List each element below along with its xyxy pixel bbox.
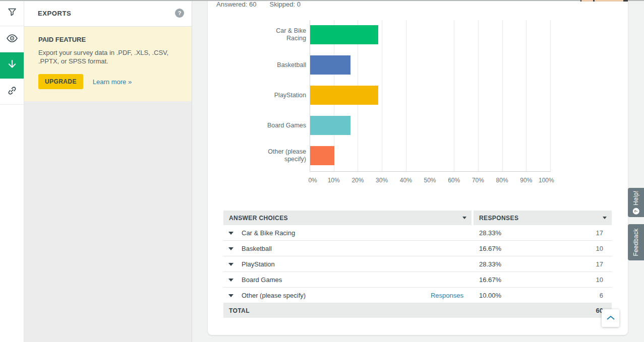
expand-caret-icon[interactable] — [228, 263, 233, 266]
chart-bar[interactable] — [310, 146, 334, 165]
export-download-icon — [7, 59, 18, 72]
view-tool-button[interactable] — [0, 26, 24, 52]
sort-caret-icon[interactable] — [603, 217, 607, 219]
answer-label: Board Games — [242, 276, 282, 284]
expand-caret-icon[interactable] — [228, 247, 233, 250]
chevron-up-icon — [606, 314, 615, 322]
header-answer-choices[interactable]: ANSWER CHOICES — [223, 211, 472, 225]
learn-more-link[interactable]: Learn more » — [93, 78, 132, 86]
table-row: Basketball 16.67% 10 — [223, 241, 612, 256]
paid-feature-description: Export your survey data in .PDF, .XLS, .… — [38, 48, 173, 65]
header-responses[interactable]: RESPONSES — [474, 211, 612, 225]
browser-artifact — [580, 0, 627, 2]
table-row: PlayStation 28.33% 17 — [223, 256, 612, 272]
chart-category-label: Car & Bike Racing — [230, 20, 306, 49]
answer-count: 17 — [596, 229, 603, 237]
help-tab-inner: ? Help! — [632, 190, 639, 215]
header-responses-label: RESPONSES — [479, 215, 518, 222]
x-tick-label: 90% — [520, 177, 532, 184]
x-tick-label: 100% — [539, 177, 554, 184]
answer-percent: 10.00% — [479, 292, 501, 299]
answer-percent: 28.33% — [479, 229, 501, 237]
chart-category-label: Other (please specify) — [230, 141, 306, 170]
feedback-tab-inner: Feedback — [632, 228, 639, 256]
chart-category-label: Basketball — [230, 50, 306, 80]
response-summary: Answered: 60 Skipped: 0 — [216, 1, 301, 8]
x-tick-label: 60% — [448, 177, 460, 184]
scroll-to-top-button[interactable] — [602, 309, 619, 327]
paid-feature-box: PAID FEATURE Export your survey data in … — [24, 27, 192, 101]
upgrade-button[interactable]: UPGRADE — [38, 74, 83, 89]
exports-panel-header: EXPORTS ? — [24, 0, 192, 27]
answer-count: 10 — [596, 276, 603, 284]
total-label: TOTAL — [229, 307, 250, 314]
chart-row: Car & Bike Racing — [310, 20, 551, 50]
eye-icon — [7, 34, 18, 44]
x-tick-label: 40% — [400, 177, 412, 184]
header-answer-choices-label: ANSWER CHOICES — [229, 215, 288, 222]
paid-feature-actions: UPGRADE Learn more » — [38, 74, 182, 89]
chart-bar[interactable] — [310, 86, 378, 105]
x-tick-label: 80% — [496, 177, 508, 184]
question-mark-icon: ? — [633, 208, 639, 215]
chart-category-label: Board Games — [230, 111, 306, 140]
chart-row: Basketball — [310, 50, 551, 81]
exports-panel: EXPORTS ? PAID FEATURE Export your surve… — [24, 0, 192, 342]
x-tick-label: 0% — [308, 177, 317, 184]
question-results-card: Answered: 60 Skipped: 0 Car & Bike Racin… — [208, 0, 628, 335]
chart-bar[interactable] — [310, 55, 350, 75]
x-tick-label: 50% — [424, 177, 436, 184]
filter-icon — [7, 7, 17, 19]
chart-row: Board Games — [310, 111, 551, 141]
answer-count: 10 — [596, 245, 603, 252]
answer-label: PlayStation — [242, 260, 275, 268]
table-row: Other (please specify) Responses 10.00% … — [223, 288, 612, 303]
table-row: Board Games 16.67% 10 — [223, 272, 612, 288]
expand-caret-icon[interactable] — [228, 232, 233, 235]
filter-tool-button[interactable] — [0, 0, 24, 26]
x-tick-label: 70% — [472, 177, 484, 184]
help-circle-icon[interactable]: ? — [175, 9, 184, 18]
expand-caret-icon[interactable] — [228, 294, 233, 297]
chart-bar[interactable] — [310, 25, 378, 44]
chart-x-ticks: 0%10%20%30%40%50%60%70%80%90%100% — [310, 177, 550, 184]
responses-link[interactable]: Responses — [431, 292, 463, 299]
x-tick-label: 30% — [376, 177, 388, 184]
exports-panel-title: EXPORTS — [38, 10, 71, 17]
answer-percent: 28.33% — [479, 260, 501, 268]
browser-artifact — [623, 0, 628, 2]
answer-percent: 16.67% — [479, 245, 501, 252]
answer-label: Basketball — [242, 245, 272, 252]
answer-label: Car & Bike Racing — [242, 229, 295, 237]
paid-feature-title: PAID FEATURE — [38, 36, 182, 43]
answer-label: Other (please specify) — [242, 292, 306, 299]
browser-artifact — [580, 0, 581, 2]
help-tab[interactable]: ? Help! — [628, 188, 644, 217]
x-tick-label: 10% — [328, 177, 340, 184]
table-row: Car & Bike Racing 28.33% 17 — [223, 225, 612, 241]
answer-percent: 16.67% — [479, 276, 501, 284]
chart-rows: Car & Bike RacingBasketballPlayStationBo… — [310, 20, 551, 171]
horizontal-bar-chart: Car & Bike RacingBasketballPlayStationBo… — [310, 20, 551, 172]
help-tab-label: Help! — [632, 190, 639, 206]
top-edge-strip — [0, 0, 644, 1]
table-header-row: ANSWER CHOICES RESPONSES — [223, 211, 612, 225]
chart-bar[interactable] — [310, 116, 350, 135]
feedback-tab[interactable]: Feedback — [628, 224, 644, 260]
answer-choices-table: ANSWER CHOICES RESPONSES Car & Bike Raci… — [223, 211, 612, 318]
chart-row: Other (please specify) — [310, 141, 551, 171]
table-total-row: TOTAL 60 — [223, 303, 612, 318]
sort-caret-icon[interactable] — [462, 217, 466, 219]
share-tool-button[interactable] — [0, 79, 24, 105]
skipped-count: Skipped: 0 — [270, 1, 301, 8]
chart-row: PlayStation — [310, 81, 551, 111]
answer-count: 17 — [596, 260, 603, 268]
feedback-tab-label: Feedback — [632, 228, 639, 256]
exports-tool-button[interactable] — [0, 52, 24, 79]
answer-count: 6 — [600, 292, 603, 299]
tool-rail — [0, 0, 24, 342]
chart-category-label: PlayStation — [230, 81, 306, 110]
x-tick-label: 20% — [352, 177, 364, 184]
expand-caret-icon[interactable] — [228, 279, 233, 282]
browser-artifact — [593, 0, 595, 2]
